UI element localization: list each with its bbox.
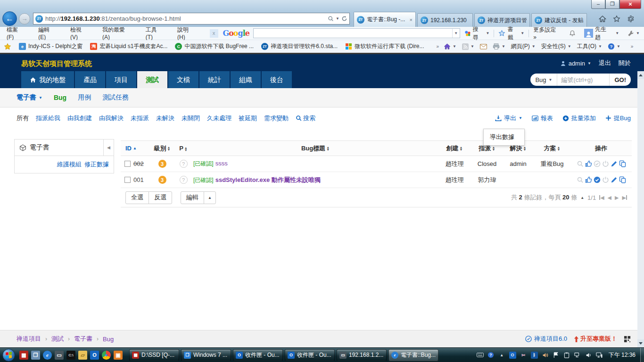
overflow-chevrons-icon[interactable]: » <box>437 44 439 49</box>
col-resolution[interactable]: 方案▲▼ <box>534 144 570 153</box>
start-button[interactable] <box>2 349 15 362</box>
export-data-item[interactable]: 導出數據 <box>484 129 524 145</box>
back-button[interactable]: ← <box>2 11 17 26</box>
report-button[interactable]: 報表 <box>532 114 553 123</box>
taskbar-button-windows7[interactable]: ❐Windows 7 ... <box>181 349 231 361</box>
google-search-button[interactable]: 搜尋▼ <box>460 25 494 41</box>
speaker-icon[interactable] <box>542 352 549 359</box>
nav-doc[interactable]: 文檔 <box>168 71 198 88</box>
browser-tab-feedback[interactable]: ZT 建议反馈 - 发贴 ... <box>531 13 587 27</box>
menu-help[interactable]: 說明(H) <box>171 26 203 41</box>
display-icon[interactable]: ▭ <box>55 351 64 360</box>
folder-icon[interactable]: ▱ <box>78 351 87 360</box>
volume-icon[interactable] <box>585 352 592 359</box>
go-button[interactable]: GO! <box>609 74 631 86</box>
refresh-icon[interactable] <box>341 16 347 22</box>
version-link[interactable]: 禅道項目6.0 <box>525 335 567 343</box>
menu-tools[interactable]: 工具(T) <box>139 26 171 41</box>
filter-assigned-to-me[interactable]: 指派給我 <box>36 114 60 123</box>
home-icon[interactable]: ▼ <box>444 43 456 50</box>
next-page-icon[interactable]: ▶ <box>615 195 619 201</box>
rss-icon[interactable]: ▼ <box>462 43 474 50</box>
scissors-icon[interactable]: ✂ <box>520 352 527 359</box>
filter-resolved-by-me[interactable]: 由我解決 <box>99 114 124 123</box>
select-inverse-button[interactable]: 反選 <box>149 191 172 204</box>
upgrade-link[interactable]: 升至專業版！ <box>574 335 617 343</box>
filter-needconfirm[interactable]: 需求變動 <box>264 114 289 123</box>
logout-link[interactable]: 退出 <box>599 59 611 67</box>
resolve-check-icon[interactable] <box>594 176 601 183</box>
nav-test[interactable]: 測試 <box>137 71 167 88</box>
favorite-bugfree[interactable]: C中国源软件下载 BugFree ... <box>175 42 254 50</box>
chevron-down-icon[interactable]: ▼ <box>452 29 460 38</box>
filter-unresolved[interactable]: 未解決 <box>156 114 174 123</box>
first-page-icon[interactable]: ◀ <box>599 195 604 201</box>
internet-explorer-icon[interactable]: e <box>43 351 52 360</box>
outlook-icon[interactable]: O <box>90 351 99 360</box>
overflow-chevrons-icon[interactable]: » <box>631 44 634 49</box>
row-checkbox[interactable] <box>124 177 131 183</box>
restore-button[interactable]: ❐ <box>605 0 619 9</box>
subnav-testtask[interactable]: 測試任務 <box>102 93 129 102</box>
row-checkbox[interactable] <box>124 161 131 167</box>
toolbar-close-icon[interactable]: x <box>210 29 218 38</box>
help-icon[interactable]: ?▼ <box>608 43 620 50</box>
confirm-thumbsup-icon[interactable] <box>585 176 592 183</box>
clipboard-icon[interactable] <box>563 352 570 359</box>
command-web[interactable]: 網頁(P)▼ <box>511 42 536 50</box>
filter-longtimebugs[interactable]: 久未處理 <box>207 114 231 123</box>
prev-page-icon[interactable]: ◀ <box>608 195 611 201</box>
col-id[interactable]: ID▲ <box>121 145 151 152</box>
select-all-button[interactable]: 全選 <box>125 191 149 204</box>
action-center-flag-icon[interactable] <box>553 352 560 359</box>
favorite-indy[interactable]: eIndy-ICS - Delphi之窗 <box>19 42 83 50</box>
command-security[interactable]: 安全性(S)▼ <box>541 42 571 50</box>
favorite-msruntime[interactable]: 微软软件运行库下载 (Dire... <box>345 42 424 50</box>
col-opened-by[interactable]: 創建▲▼ <box>438 144 471 153</box>
manage-modules-link[interactable]: 維護模組 <box>57 160 82 169</box>
menu-view[interactable]: 檢視(V) <box>64 26 96 41</box>
filter-postponed[interactable]: 被延期 <box>239 114 257 123</box>
nav-org[interactable]: 組織 <box>231 71 261 88</box>
search-input[interactable] <box>557 76 609 83</box>
create-bug-button[interactable]: 提Bug <box>605 114 631 123</box>
taskbar-button-remote[interactable]: ▭192.168.1.2... <box>337 349 387 361</box>
col-priority[interactable]: P▲▼ <box>173 145 193 152</box>
view-icon[interactable] <box>577 160 584 167</box>
taskbar-button-inbox-1[interactable]: O收件匣 - Ou... <box>233 349 283 361</box>
browser-tab-bug[interactable]: ZT 電子書::Bug -... × <box>354 12 416 27</box>
cmd-icon[interactable]: C:\ <box>66 351 75 360</box>
qrcode-icon[interactable] <box>624 336 631 343</box>
orange-app-icon[interactable]: ▣ <box>114 351 123 360</box>
per-page-dropup-icon[interactable]: ▲ <box>580 196 584 200</box>
address-bar[interactable]: ZT http://192.168.1.230:81/zentao/bug-br… <box>33 13 350 25</box>
minimize-button[interactable]: – <box>591 0 605 9</box>
print-icon[interactable]: ▼ <box>493 43 505 50</box>
google-search-input[interactable]: ▼ <box>253 28 460 38</box>
taskbar-button-inbox-2[interactable]: O收件匣 - Ou... <box>285 349 335 361</box>
breadcrumb-bug[interactable]: Bug <box>103 336 114 343</box>
show-hidden-icons[interactable]: ▲ <box>498 352 505 359</box>
wrench-icon[interactable]: ▼ <box>623 30 644 37</box>
nav-stats[interactable]: 統計 <box>199 71 230 88</box>
nav-my-dashboard[interactable]: 我的地盤 <box>21 71 74 88</box>
page-scrollbar[interactable] <box>637 54 644 347</box>
about-link[interactable]: 關於 <box>619 59 631 67</box>
settings-gear-icon[interactable] <box>627 15 635 23</box>
pc-icon[interactable] <box>596 352 603 359</box>
fix-data-link[interactable]: 修正數據 <box>84 160 109 169</box>
col-severity[interactable]: 級別▲▼ <box>151 144 173 153</box>
resolve-check-icon[interactable] <box>594 160 601 167</box>
taskbar-clock[interactable]: 下午 12:36 <box>607 351 640 359</box>
outlook-tray-icon[interactable]: O <box>509 352 516 359</box>
filter-search[interactable]: 搜索 <box>296 114 315 123</box>
notifications-bell-icon[interactable] <box>565 30 580 37</box>
keyboard-icon[interactable] <box>477 352 484 359</box>
mail-icon[interactable] <box>480 44 487 49</box>
menu-favorites[interactable]: 我的最愛(A) <box>96 26 139 41</box>
breadcrumb-test[interactable]: 測試 <box>51 335 64 343</box>
command-tools[interactable]: 工具(O)▼ <box>577 42 602 50</box>
menu-file[interactable]: 檔案(F) <box>0 26 32 41</box>
scroll-down-icon[interactable] <box>637 339 644 347</box>
google-more-settings[interactable]: 更多設定 » <box>529 26 565 41</box>
